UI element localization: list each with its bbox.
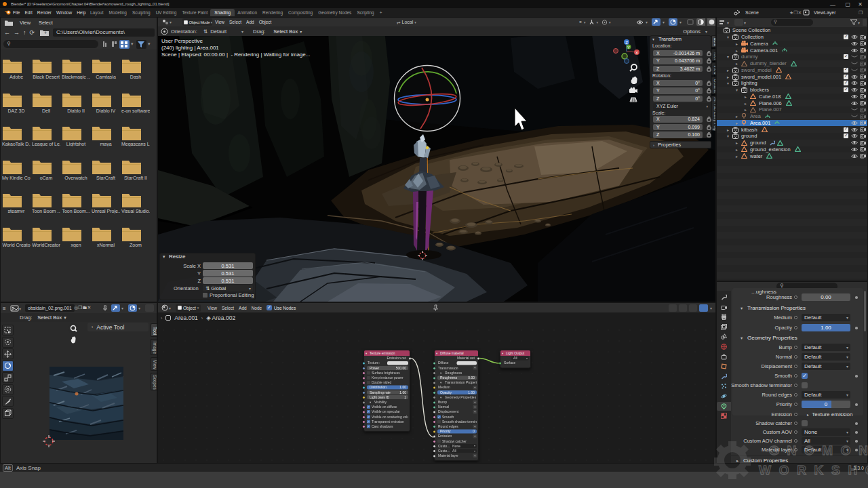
svg-text:+: + <box>44 30 47 35</box>
svg-text:GNOMON: GNOMON <box>769 443 868 458</box>
svg-text:X: X <box>635 51 638 55</box>
svg-text:Y: Y <box>627 45 630 49</box>
svg-text:Z: Z <box>625 41 628 45</box>
svg-text:WORKSHOP: WORKSHOP <box>759 463 868 477</box>
